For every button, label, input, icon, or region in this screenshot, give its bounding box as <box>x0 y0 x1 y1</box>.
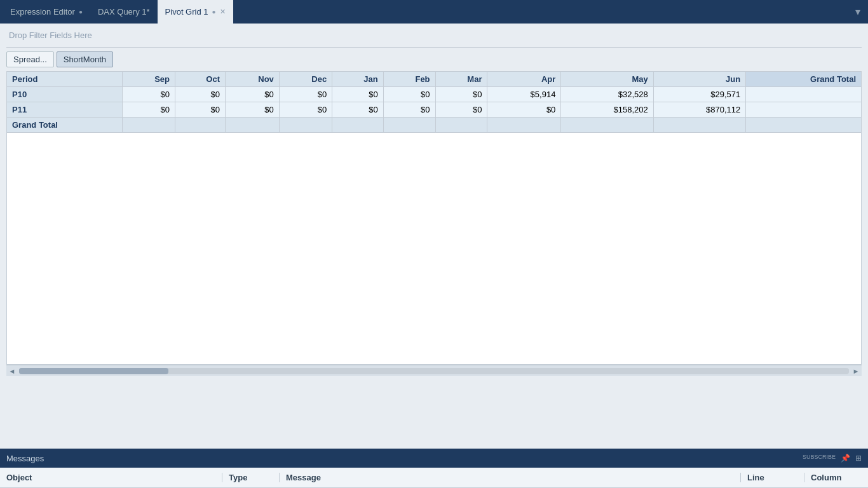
pin-icon-pivot-grid: ● <box>212 8 216 15</box>
row-grand-total-label: Grand Total <box>7 118 123 133</box>
messages-title: Messages <box>6 454 44 463</box>
tab-pivot-grid[interactable]: Pivot Grid 1 ● ✕ <box>158 0 233 24</box>
p10-sep: $0 <box>122 87 175 102</box>
messages-panel-icons: SUBSCRIBE 📌 ⊞ <box>803 454 862 463</box>
table-row: P11 $0 $0 $0 $0 $0 $0 $0 $0 $158,202 $87… <box>7 102 862 118</box>
p11-nov: $0 <box>225 102 279 118</box>
p10-may: $32,528 <box>561 87 653 102</box>
col-header-nov: Nov <box>225 72 279 87</box>
messages-col-object: Object <box>0 473 222 482</box>
col-header-sep: Sep <box>122 72 175 87</box>
main-content: Drop Filter Fields Here Spread... ShortM… <box>0 24 868 449</box>
grand-total-oct <box>175 118 226 133</box>
p10-apr: $5,914 <box>487 87 561 102</box>
subscribe-watermark: SUBSCRIBE <box>803 454 836 463</box>
grand-total-feb <box>383 118 435 133</box>
empty-content-area <box>6 133 862 365</box>
scroll-left-arrow[interactable]: ◄ <box>8 367 17 375</box>
shortmonth-button[interactable]: ShortMonth <box>57 51 113 67</box>
messages-pin-icon[interactable]: 📌 <box>841 454 850 463</box>
col-header-may: May <box>561 72 653 87</box>
messages-col-line: Line <box>741 473 804 482</box>
drop-filter-bar: Drop Filter Fields Here <box>6 24 862 48</box>
pivot-section: Period Sep Oct Nov Dec Jan Feb Mar Apr M… <box>6 71 862 365</box>
grand-total-mar <box>435 118 487 133</box>
grand-total-apr <box>487 118 561 133</box>
p11-sep: $0 <box>122 102 175 118</box>
p11-oct: $0 <box>175 102 226 118</box>
app-window: Expression Editor ● DAX Query 1* Pivot G… <box>0 0 868 488</box>
p11-feb: $0 <box>383 102 435 118</box>
p10-mar: $0 <box>435 87 487 102</box>
tab-dax-query-label: DAX Query 1* <box>98 7 150 17</box>
col-header-oct: Oct <box>175 72 226 87</box>
scrollbar-thumb[interactable] <box>19 368 168 374</box>
p10-feb: $0 <box>383 87 435 102</box>
p10-grand-total <box>746 87 862 102</box>
p10-nov: $0 <box>225 87 279 102</box>
horizontal-scrollbar[interactable]: ◄ ► <box>6 365 862 376</box>
p10-jan: $0 <box>332 87 383 102</box>
grand-total-may <box>561 118 653 133</box>
row-period-p10: P10 <box>7 87 123 102</box>
field-buttons-row: Spread... ShortMonth <box>6 51 862 67</box>
scroll-right-arrow[interactable]: ► <box>851 367 860 375</box>
col-header-grand-total: Grand Total <box>746 72 862 87</box>
pivot-header-row: Period Sep Oct Nov Dec Jan Feb Mar Apr M… <box>7 72 862 87</box>
col-header-jun: Jun <box>653 72 745 87</box>
p11-grand-total <box>746 102 862 118</box>
messages-panel-header: Messages SUBSCRIBE 📌 ⊞ <box>0 449 868 468</box>
col-header-period: Period <box>7 72 123 87</box>
col-header-apr: Apr <box>487 72 561 87</box>
pivot-table: Period Sep Oct Nov Dec Jan Feb Mar Apr M… <box>6 71 862 133</box>
p10-dec: $0 <box>279 87 332 102</box>
grand-total-dec <box>279 118 332 133</box>
spread-button[interactable]: Spread... <box>6 51 54 67</box>
p11-jan: $0 <box>332 102 383 118</box>
messages-col-type: Type <box>222 473 280 482</box>
p11-mar: $0 <box>435 102 487 118</box>
col-header-mar: Mar <box>435 72 487 87</box>
tab-expression-editor-label: Expression Editor <box>10 7 75 17</box>
p11-jun: $870,112 <box>653 102 745 118</box>
close-icon-pivot-grid[interactable]: ✕ <box>220 8 226 16</box>
p11-dec: $0 <box>279 102 332 118</box>
messages-col-column: Column <box>804 473 868 482</box>
grand-total-val <box>746 118 862 133</box>
messages-expand-icon[interactable]: ⊞ <box>855 454 862 463</box>
messages-table-header: Object Type Message Line Column <box>0 468 868 488</box>
tab-dax-query[interactable]: DAX Query 1* <box>90 0 158 24</box>
grand-total-sep <box>122 118 175 133</box>
col-header-feb: Feb <box>383 72 435 87</box>
messages-panel-wrapper: Messages SUBSCRIBE 📌 ⊞ Object Type Messa… <box>0 449 868 488</box>
messages-col-message: Message <box>280 473 741 482</box>
grand-total-jan <box>332 118 383 133</box>
title-bar: Expression Editor ● DAX Query 1* Pivot G… <box>0 0 868 24</box>
drop-filter-label: Drop Filter Fields Here <box>9 30 92 40</box>
title-bar-chevron[interactable]: ▾ <box>855 6 865 18</box>
col-header-jan: Jan <box>332 72 383 87</box>
tab-pivot-grid-label: Pivot Grid 1 <box>165 7 208 17</box>
p10-jun: $29,571 <box>653 87 745 102</box>
p11-may: $158,202 <box>561 102 653 118</box>
col-header-dec: Dec <box>279 72 332 87</box>
grand-total-jun <box>653 118 745 133</box>
row-period-p11: P11 <box>7 102 123 118</box>
grand-total-nov <box>225 118 279 133</box>
p11-apr: $0 <box>487 102 561 118</box>
table-row: P10 $0 $0 $0 $0 $0 $0 $0 $5,914 $32,528 … <box>7 87 862 102</box>
scrollbar-track[interactable] <box>19 368 849 374</box>
table-row: Grand Total <box>7 118 862 133</box>
p10-oct: $0 <box>175 87 226 102</box>
pin-icon-expression-editor: ● <box>79 8 83 15</box>
tab-expression-editor[interactable]: Expression Editor ● <box>3 0 90 24</box>
